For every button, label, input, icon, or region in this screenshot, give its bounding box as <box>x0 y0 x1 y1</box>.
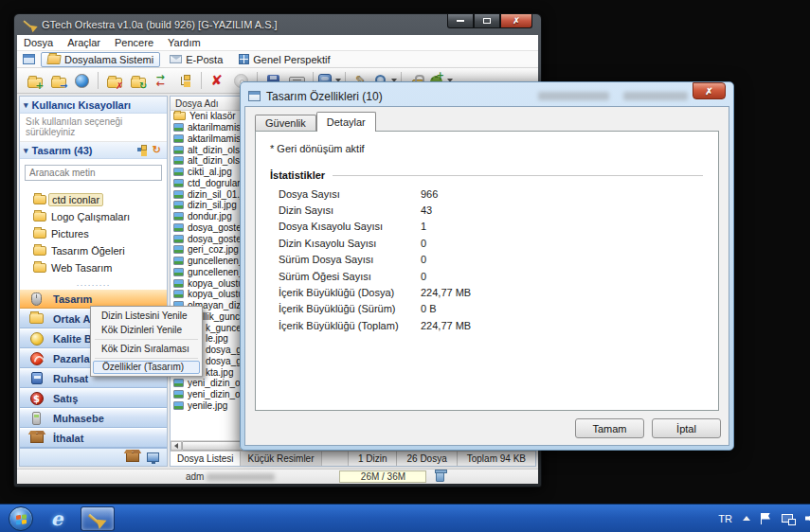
stat-row: Dizin Sayısı 43 <box>279 202 471 218</box>
dialog-tab[interactable]: Güvenlik <box>255 115 316 131</box>
dialog-title-bar[interactable]: Tasarım Özellikleri (10) ✗ <box>244 86 729 106</box>
tray-expand-icon[interactable] <box>743 516 750 521</box>
cancel-button[interactable]: İptal <box>652 418 721 438</box>
toolbar-button[interactable] <box>46 69 70 93</box>
toolbar-button[interactable] <box>23 69 46 93</box>
toolbar-button-separator <box>197 69 206 93</box>
computer-icon[interactable] <box>147 452 159 462</box>
new-perspective-icon[interactable] <box>23 54 35 64</box>
menu-item[interactable]: Araçlar <box>67 37 100 48</box>
context-menu-item[interactable]: Kök Dizin Sıralaması <box>93 342 200 356</box>
dialog-close-button[interactable]: ✗ <box>693 82 726 99</box>
scroll-left-icon[interactable] <box>171 441 182 451</box>
section-header-shortcuts[interactable]: Kullanıcı Kısayolları <box>20 97 167 114</box>
menu-item[interactable]: Pencere <box>115 37 153 48</box>
stat-row: Sürüm Dosya Sayısı 0 <box>279 252 471 268</box>
glass-reflection <box>538 92 609 100</box>
status-bar: adm 26M / 36M <box>17 469 538 484</box>
tree-item[interactable]: Tasarım Öğeleri <box>33 242 167 259</box>
image-icon <box>173 201 184 209</box>
volume-icon[interactable] <box>805 513 810 523</box>
image-icon <box>173 212 184 221</box>
image-icon <box>173 179 184 187</box>
maximize-icon <box>483 18 491 24</box>
stats-list: Dosya Sayısı 966 Dizin Sayısı 43 Dosya K… <box>279 186 471 334</box>
maximize-button[interactable] <box>474 14 500 28</box>
tree-item[interactable]: Web Tasarım <box>33 259 167 276</box>
close-button[interactable]: ✗ <box>500 14 532 28</box>
title-bar[interactable]: GTech Orkestra v1.0a (build 926) [G-YAZI… <box>14 14 541 35</box>
import-icon[interactable] <box>126 452 139 462</box>
context-menu-item[interactable]: Dizin Listesini Yenile <box>93 309 200 323</box>
toolbar-button[interactable] <box>102 69 126 93</box>
view-tab[interactable]: Küçük Resimler <box>241 452 321 466</box>
dialog-tab[interactable]: Detaylar <box>316 112 376 132</box>
stat-label: İçerik Büyüklüğü (Sürüm) <box>279 303 421 314</box>
search-input[interactable] <box>25 165 162 181</box>
stat-row: İçerik Büyüklüğü (Toplam) 224,77 MB <box>279 317 471 333</box>
image-icon <box>173 279 184 288</box>
refresh-icon[interactable] <box>153 145 161 155</box>
tree-view-icon[interactable] <box>136 145 148 156</box>
nav-button[interactable]: İthalat <box>20 428 167 448</box>
tray-language[interactable]: TR <box>718 513 732 524</box>
stat-value: 966 <box>421 188 438 200</box>
menu-bar: DosyaAraçlarPencereYardım <box>17 35 538 51</box>
image-icon <box>173 390 184 399</box>
stat-value: 0 B <box>421 303 437 314</box>
folder-icon <box>33 246 46 256</box>
tree-item[interactable]: ctd iconlar <box>33 191 167 208</box>
splitter-handle[interactable] <box>20 280 167 289</box>
taskbar-item-ie[interactable]: e <box>40 506 74 531</box>
toolbar-button[interactable] <box>150 69 173 93</box>
perspective-tab[interactable]: E-Posta <box>163 52 229 67</box>
toolbar-button[interactable] <box>126 69 150 93</box>
toolbar-button[interactable] <box>206 69 229 93</box>
context-menu-item[interactable]: Özellikler (Tasarım) <box>93 361 200 374</box>
context-menu: Dizin Listesini YenileKök Dizinleri Yeni… <box>90 306 203 377</box>
nav-button[interactable]: Satış <box>20 388 167 408</box>
context-menu-item[interactable]: Kök Dizinleri Yenile <box>93 323 200 337</box>
new-folder-icon <box>27 78 43 88</box>
trash-icon[interactable] <box>436 471 444 482</box>
tree-item[interactable]: Logo Çalışmaları <box>33 208 167 225</box>
dialog-title: Tasarım Özellikleri (10) <box>266 90 383 103</box>
start-button[interactable] <box>9 506 33 531</box>
action-center-flag-icon[interactable] <box>761 513 771 524</box>
taskbar-item-orkestra[interactable] <box>81 506 115 531</box>
perspective-bar: Dosyalama Sistemi E-Posta Genel Perspekt… <box>17 51 538 68</box>
folder-icon <box>33 195 46 204</box>
tree-item[interactable]: Pictures <box>33 225 167 242</box>
toolbar-button[interactable] <box>173 69 197 93</box>
image-icon <box>173 379 184 387</box>
menu-item[interactable]: Dosya <box>24 37 53 48</box>
dialog-tabs: GüvenlikDetaylar <box>255 112 376 131</box>
folder-icon <box>33 212 46 222</box>
menu-item[interactable]: Yardım <box>168 37 201 48</box>
summary-segment: 1 Dizin <box>348 452 397 466</box>
view-tab[interactable]: Dosya Listesi <box>171 452 241 466</box>
section-header-design[interactable]: Tasarım (43) <box>20 142 167 159</box>
ok-button[interactable]: Tamam <box>575 418 644 438</box>
window-title: GTech Orkestra v1.0a (build 926) [G-YAZI… <box>42 19 278 30</box>
shortcuts-hint: Sık kullanılan seçeneği sürükleyiniz <box>20 114 167 142</box>
toolbar-button-separator <box>94 69 102 93</box>
perspective-tab[interactable]: Dosyalama Sistemi <box>41 52 160 67</box>
image-icon <box>173 123 184 132</box>
stat-value: 0 <box>421 238 426 249</box>
toolbar-button[interactable] <box>70 69 94 93</box>
network-icon[interactable] <box>782 514 793 523</box>
perspective-tab[interactable]: Genel Perspektif <box>232 52 336 67</box>
export-folder-icon <box>51 78 66 88</box>
stat-label: Dizin Kısayolu Sayısı <box>279 238 421 249</box>
minimize-button[interactable] <box>447 14 474 28</box>
context-menu-item-separator <box>95 339 198 340</box>
nav-button[interactable]: Muhasebe <box>20 408 167 428</box>
context-menu-item-separator <box>95 358 198 359</box>
quality-icon <box>30 332 44 346</box>
stat-label: Dosya Kısayolu Sayısı <box>279 221 421 232</box>
stat-value: 1 <box>421 221 426 232</box>
image-icon <box>173 235 184 243</box>
delete-folder-icon <box>107 78 122 88</box>
dialog-app-icon <box>248 91 261 101</box>
